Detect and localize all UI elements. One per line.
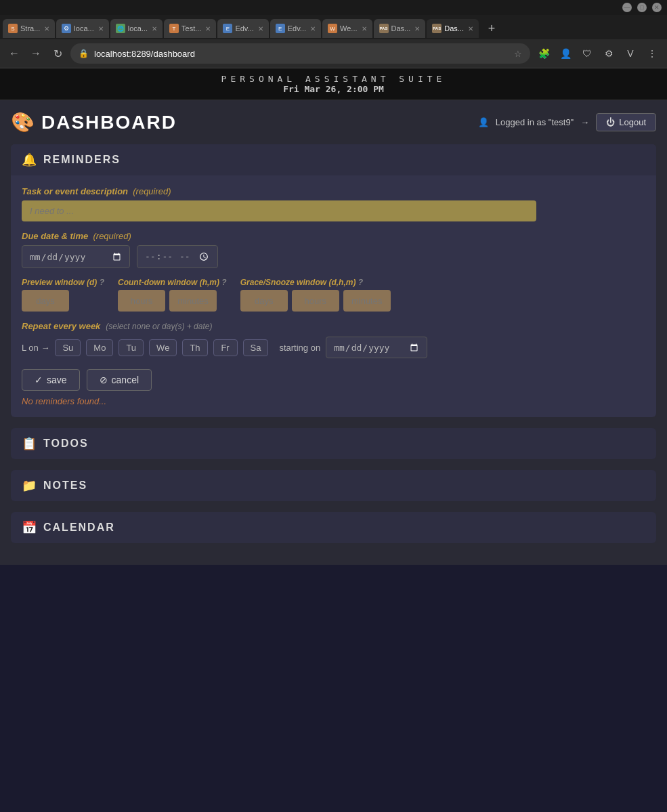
tab-1[interactable]: S Stra... ✕ xyxy=(3,19,55,38)
forward-button[interactable]: → xyxy=(27,45,45,62)
calendar-title: CALENDAR xyxy=(43,521,115,534)
tab-5-close[interactable]: ✕ xyxy=(258,25,263,33)
tab-2[interactable]: ⚙ loca... ✕ xyxy=(56,19,108,38)
tab-1-close[interactable]: ✕ xyxy=(44,25,49,33)
due-time-input[interactable] xyxy=(137,245,218,268)
calendar-section: 📅 CALENDAR xyxy=(11,512,656,543)
tab-1-favicon: S xyxy=(8,24,18,33)
tab-8-close[interactable]: ✕ xyxy=(414,25,420,33)
tab-5[interactable]: E Edv... ✕ xyxy=(217,19,268,38)
tab-9[interactable]: PAS Das... ✕ xyxy=(427,19,479,38)
day-th-button[interactable]: Th xyxy=(182,339,207,356)
save-button[interactable]: ✓ save xyxy=(22,369,80,391)
browser-actions: 🧩 👤 🛡 ⚙ V ⋮ xyxy=(534,44,662,63)
repeat-row: Repeat every week (select none or day(s)… xyxy=(22,321,645,331)
due-date-row xyxy=(22,245,645,268)
tab-6-close[interactable]: ✕ xyxy=(310,25,316,33)
tab-3[interactable]: 🌐 loca... ✕ xyxy=(110,19,163,38)
logout-button[interactable]: ⏻ Logout xyxy=(596,113,656,131)
due-required: (required) xyxy=(93,231,131,241)
preview-label: Preview window (d) ? xyxy=(22,278,104,287)
bookmark-icon[interactable]: ☆ xyxy=(514,49,522,59)
profile-button[interactable]: 👤 xyxy=(556,44,575,63)
due-date-input[interactable] xyxy=(22,245,130,268)
back-button[interactable]: ← xyxy=(5,45,23,62)
preview-inputs xyxy=(22,290,104,312)
tab-8[interactable]: PAS Das... ✕ xyxy=(374,19,426,38)
day-su-button[interactable]: Su xyxy=(55,339,81,356)
page-title-section: 🎨 DASHBOARD xyxy=(11,111,177,133)
day-we-button[interactable]: We xyxy=(149,339,177,356)
vue-button[interactable]: V xyxy=(621,44,640,63)
countdown-hours-input[interactable] xyxy=(118,290,165,312)
no-reminders-message: No reminders found... xyxy=(22,396,645,406)
adblock-button[interactable]: 🛡 xyxy=(578,44,597,63)
task-input[interactable] xyxy=(22,200,536,221)
reminders-body: Task or event description (required) Due… xyxy=(11,175,656,417)
grace-label-text: Grace/Snooze window (d,h,m) xyxy=(240,278,356,287)
save-icon: ✓ xyxy=(35,375,43,385)
notes-title: NOTES xyxy=(43,479,87,492)
tab-9-close[interactable]: ✕ xyxy=(468,25,473,33)
close-button[interactable]: ✕ xyxy=(652,3,662,12)
app-header: PERSONAL ASSISTANT SUITE Fri Mar 26, 2:0… xyxy=(0,68,667,100)
refresh-button[interactable]: ↻ xyxy=(49,45,66,62)
lock-icon: 🔒 xyxy=(79,49,89,58)
calendar-header[interactable]: 📅 CALENDAR xyxy=(11,512,656,543)
tab-7[interactable]: W We... ✕ xyxy=(322,19,372,38)
grace-label: Grace/Snooze window (d,h,m) ? xyxy=(240,278,391,287)
tab-4[interactable]: T Test... ✕ xyxy=(164,19,216,38)
windows-group: Preview window (d) ? Count-down window (… xyxy=(22,278,645,312)
grace-days-input[interactable] xyxy=(240,290,288,312)
reminders-icon: 🔔 xyxy=(22,152,37,167)
todos-header[interactable]: 📋 TODOS xyxy=(11,428,656,459)
countdown-minutes-input[interactable] xyxy=(169,290,217,312)
preview-label-text: Preview window (d) xyxy=(22,278,97,287)
new-tab-button[interactable]: + xyxy=(483,20,500,37)
tab-bar: S Stra... ✕ ⚙ loca... ✕ 🌐 loca... ✕ T Te… xyxy=(0,15,667,39)
address-input[interactable] xyxy=(94,49,509,59)
address-bar: 🔒 ☆ xyxy=(70,43,530,64)
tab-6[interactable]: E Edv... ✕ xyxy=(270,19,321,38)
countdown-question: ? xyxy=(221,278,226,287)
preview-days-input[interactable] xyxy=(22,290,69,312)
day-fr-button[interactable]: Fr xyxy=(213,339,238,356)
repeat-sublabel: (select none or day(s) + date) xyxy=(106,322,212,331)
dashboard-icon: 🎨 xyxy=(11,111,35,133)
logout-label: Logout xyxy=(619,117,646,127)
browser-controls: ← → ↻ 🔒 ☆ 🧩 👤 🛡 ⚙ V ⋮ xyxy=(0,39,667,68)
user-section: 👤 Logged in as "test9" → ⏻ Logout xyxy=(478,113,656,131)
user-arrow: → xyxy=(580,117,589,127)
tab-7-close[interactable]: ✕ xyxy=(362,25,367,33)
day-sa-button[interactable]: Sa xyxy=(243,339,269,356)
task-label-text: Task or event description xyxy=(22,186,128,196)
settings-button[interactable]: ⚙ xyxy=(599,44,618,63)
tab-2-label: loca... xyxy=(74,24,93,33)
task-required: (required) xyxy=(133,186,171,196)
window-controls: — □ ✕ xyxy=(622,3,662,12)
tab-4-close[interactable]: ✕ xyxy=(205,25,211,33)
maximize-button[interactable]: □ xyxy=(637,3,647,12)
cancel-button[interactable]: ⊘ cancel xyxy=(87,369,152,391)
grace-minutes-input[interactable] xyxy=(343,290,391,312)
tab-3-close[interactable]: ✕ xyxy=(152,25,157,33)
todos-icon: 📋 xyxy=(22,436,37,451)
grace-window-group: Grace/Snooze window (d,h,m) ? xyxy=(240,278,391,312)
grace-hours-input[interactable] xyxy=(292,290,339,312)
extensions-button[interactable]: 🧩 xyxy=(534,44,553,63)
user-icon: 👤 xyxy=(478,117,489,127)
app-suite-name: PERSONAL ASSISTANT SUITE xyxy=(5,74,662,84)
cancel-label: cancel xyxy=(112,375,139,385)
day-tu-button[interactable]: Tu xyxy=(119,339,144,356)
notes-section: 📁 NOTES xyxy=(11,470,656,501)
notes-header[interactable]: 📁 NOTES xyxy=(11,470,656,501)
tab-1-label: Stra... xyxy=(20,24,40,33)
day-mo-button[interactable]: Mo xyxy=(86,339,113,356)
action-buttons: ✓ save ⊘ cancel xyxy=(22,369,645,391)
start-date-input[interactable] xyxy=(326,337,427,358)
tab-2-close[interactable]: ✕ xyxy=(98,25,104,33)
minimize-button[interactable]: — xyxy=(622,3,632,12)
page-title: DASHBOARD xyxy=(41,112,177,133)
reminders-header[interactable]: 🔔 REMINDERS xyxy=(11,144,656,175)
more-button[interactable]: ⋮ xyxy=(643,44,662,63)
